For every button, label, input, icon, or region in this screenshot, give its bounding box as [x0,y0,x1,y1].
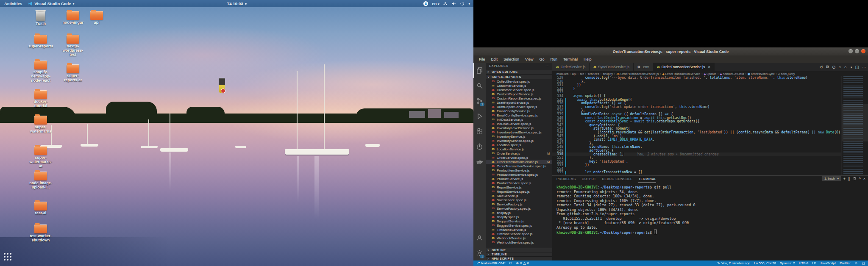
breadcrumb-item[interactable]: ◇sortQuery [778,72,795,76]
code-line[interactable]: 546 limit: LIMIT_BULK_UPDATE_DATA, [552,138,841,142]
feedback-icon[interactable]: ☺ [854,261,858,265]
breadcrumb-item[interactable]: ◈update [704,72,717,76]
minimap[interactable] [841,76,868,175]
breadcrumb-item[interactable]: modules [556,72,568,76]
file-tree-item[interactable]: JSSuggestService.js [486,219,552,223]
file-tree-item[interactable]: JSProductService.js [486,177,552,181]
close-button[interactable] [861,49,865,53]
file-tree-item[interactable]: JSSaleService.spec.js [486,198,552,202]
source-control-icon[interactable]: 3 [473,93,486,108]
file-tree-item[interactable]: JSInventoryLevelService.spec.js [486,130,552,134]
file-tree-item[interactable]: JSCustomerService.spec.js [486,88,552,92]
file-tree-item[interactable]: JSServiceFactory.spec.js [486,206,552,211]
file-tree-item[interactable]: JSSuggestService.spec.js [486,223,552,227]
activities-button[interactable]: Activities [4,1,22,6]
desktop-icon-node-image-upload-i-[interactable]: node-image-upload-i... [27,172,54,190]
notifications-bell-icon[interactable] [862,261,865,265]
file-tree-item[interactable]: JSOrderTransactionService.jsM [486,160,552,164]
sync-button[interactable]: ⟳ [509,261,512,265]
file-tree-item[interactable]: JSProductService.spec.js [486,181,552,185]
code-line[interactable]: 530 }, [552,80,841,84]
search-icon[interactable] [473,78,486,93]
file-tree-item[interactable]: JSCustomReportService.js [486,92,552,96]
window-title-bar[interactable]: OrderTransactionService.js - super-repor… [473,47,868,55]
language-mode-item[interactable]: JavaScript [820,261,836,265]
menu-file[interactable]: File [476,57,488,61]
desktop-icon-test-ai[interactable]: test-ai [27,202,54,216]
cursor-position-item[interactable]: Ln 550, Col 28 [754,261,776,265]
power-icon[interactable] [460,1,465,6]
desktop-icon-nextjs-wordpress-test[interactable]: nextjs-wordpress-test [59,35,86,57]
file-tree-item[interactable]: JSInitDataService.js [486,117,552,122]
code-line[interactable]: 531 }) [552,83,841,87]
previous-change-icon[interactable]: ⊙ [832,65,835,69]
menu-run[interactable]: Run [547,57,560,61]
code-line[interactable]: 537 console.log('start update order tran… [552,105,841,109]
file-tree-item[interactable]: JSEmailConfigService.spec.js [486,113,552,117]
sidebar-section-npm-scripts[interactable]: >NPM SCRIPTS [486,256,552,260]
minimap-slider[interactable] [842,104,868,142]
file-tree-item[interactable]: JSReportService.spec.js [486,189,552,194]
file-tree-item[interactable]: JSDraftReportService.spec.js [486,105,552,109]
file-tree-item[interactable]: JSInventoryLevelService.js [486,126,552,130]
breadcrumb-item[interactable]: ▣ordersNotInSync [748,72,775,76]
desktop-icon-trash[interactable]: Trash [27,11,54,26]
tab-syncdataservice-js[interactable]: JSSyncDataService.js [590,63,633,71]
usb-drive-icon[interactable] [218,78,225,94]
file-tree-item[interactable]: JSOrderService.spec.js [486,155,552,160]
menu-help[interactable]: Help [581,57,595,61]
run-debug-icon[interactable] [473,108,486,124]
desktop-icon-super-watermarks[interactable]: super-watermarks [27,116,54,134]
desktop-icon-super-watermarks-at[interactable]: super-watermarks-at [27,146,54,169]
desktop-icon-super-reports-at[interactable]: super-reports-at [59,64,86,83]
minimize-button[interactable] [849,49,853,53]
breadcrumb-item[interactable]: services [587,72,599,76]
desktop-icon-test-worker-shutdown[interactable]: test-worker-shutdown [27,224,54,243]
menu-edit[interactable]: Edit [488,57,501,61]
network-icon[interactable] [443,1,448,6]
kill-terminal-icon[interactable] [853,177,857,180]
close-panel-icon[interactable]: × [863,177,865,181]
file-tree-item[interactable]: JSLocation.spec.js [486,143,552,147]
file-tree-item[interactable]: JSDraftReportService.js [486,100,552,105]
encoding-item[interactable]: UTF-8 [799,261,809,265]
file-tree-item[interactable]: JSTimezoneService.js [486,227,552,232]
sidebar-section-timeline[interactable]: >TIMELINE [486,252,552,256]
desktop-icon-node-imgur[interactable]: node-imgur [59,11,86,25]
code-line[interactable]: 529 console.log('---Sync data: OrderTran… [552,76,841,80]
code-line[interactable]: 552 key: 'lastUpdated', [552,160,841,164]
file-tree-item[interactable]: JSCollectService.spec.js [486,79,552,83]
code-line[interactable]: 532 } [552,87,841,91]
file-tree-item[interactable]: JSWebhookService.js [486,236,552,240]
file-tree-item[interactable]: JSInitDataService.spec.js [486,122,552,126]
breadcrumb-item[interactable]: src [580,72,584,76]
tab-ordertransactionservice-js[interactable]: JSOrderTransactionService.js× [653,63,715,71]
panel-tab-terminal[interactable]: TERMINAL [638,176,656,183]
sidebar-section-outline[interactable]: >OUTLINE [486,248,552,252]
desktop-icon-shopify-demo-app-node-react[interactable]: shopify-demo-app-node-react [27,61,54,83]
panel-tab-problems[interactable]: PROBLEMS [556,176,576,183]
file-tree-item[interactable]: JSSaleService.js [486,194,552,198]
panel-tab-debug-console[interactable]: DEBUG CONSOLE [602,176,633,183]
close-tab-icon[interactable]: × [708,65,710,69]
change-nav-icon[interactable]: ○ [838,65,841,69]
explorer-view-icon[interactable] [473,63,486,78]
eol-item[interactable]: LF [812,261,816,265]
code-line[interactable]: 553 }) [552,163,841,167]
extensions-icon[interactable] [473,124,486,139]
file-tree-item[interactable]: JSProductItemService.spec.js [486,172,552,177]
tab-orderservice-js[interactable]: JSOrderService.js [552,63,590,71]
settings-gear-icon[interactable]: 1 [473,245,486,260]
file-tree-item[interactable]: JSReportService.js [486,185,552,189]
chevron-down-icon[interactable]: ▾ [468,2,470,6]
open-changes-icon[interactable]: ⧉ [826,64,829,69]
menu-terminal[interactable]: Terminal [560,57,581,61]
maximize-panel-icon[interactable]: ^ [859,177,861,181]
indentation-item[interactable]: Spaces: 2 [780,261,795,265]
file-tree-item[interactable]: JSProductItemService.js [486,168,552,172]
file-tree-item[interactable]: JSshopify.spec.js [486,215,552,219]
explorer-more-actions-icon[interactable]: ⋯ [545,64,549,68]
code-editor[interactable]: 529 console.log('---Sync data: OrderTran… [552,76,868,175]
file-tree-item[interactable]: JSshopify.js [486,211,552,215]
breadcrumb-item[interactable]: shopify [603,72,613,76]
